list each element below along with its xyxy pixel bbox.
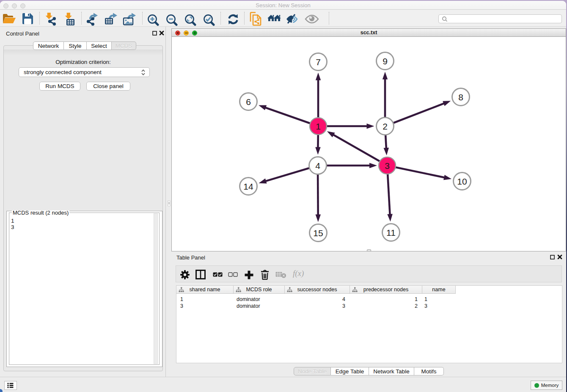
svg-text:3: 3 (385, 161, 390, 171)
svg-text:11: 11 (386, 228, 396, 237)
svg-text:4: 4 (315, 161, 320, 171)
svg-text:9: 9 (383, 56, 388, 66)
svg-text:10: 10 (457, 177, 467, 186)
svg-text:7: 7 (316, 57, 321, 67)
svg-text:1: 1 (316, 121, 321, 131)
svg-text:15: 15 (313, 228, 323, 238)
svg-text:14: 14 (243, 182, 253, 191)
svg-text:6: 6 (246, 97, 251, 107)
svg-text:8: 8 (458, 92, 463, 102)
svg-text:2: 2 (383, 121, 388, 131)
